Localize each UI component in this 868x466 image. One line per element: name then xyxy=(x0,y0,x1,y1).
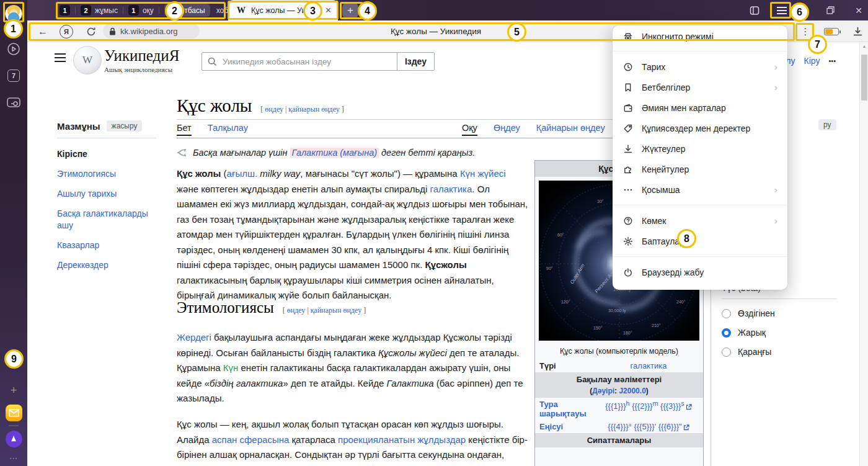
menu-divider xyxy=(613,205,787,205)
sidebar-add-button[interactable]: + xyxy=(0,383,27,398)
callout-3: 3 xyxy=(303,1,322,20)
downloads-button[interactable] xyxy=(849,20,866,42)
sidebar-more-button[interactable]: ⋯ xyxy=(0,452,27,464)
edit-source-link[interactable]: қайнарын өңдеу xyxy=(311,306,361,315)
infobox-row-type: Түрі галактика xyxy=(535,359,703,372)
etymology-paragraph-2: Құс жолы — кең, ақшыл жолақ болып тұтасқ… xyxy=(177,417,529,466)
menu-item-settings[interactable]: Баптаулар xyxy=(613,231,787,251)
text: » деп те атайды. Кейде xyxy=(283,378,386,388)
tab-read[interactable]: Оқу xyxy=(462,123,477,136)
infobox-row-ra: Тура шарықтауы {{{1}}}h {{{2}}}m {{{3}}}… xyxy=(535,398,703,420)
link-sun[interactable]: Күн xyxy=(223,362,239,373)
toc-item-quasars[interactable]: Квазарлар xyxy=(57,240,169,251)
tab-counter[interactable]: 7 xyxy=(0,68,27,83)
tab-talk[interactable]: Талқылау xyxy=(208,123,248,133)
toc-item-references[interactable]: Дереккөздер xyxy=(57,259,169,271)
menu-item-downloads[interactable]: Жүктеулер xyxy=(613,138,787,159)
menu-item-wallet[interactable]: Әмиян мен карталар xyxy=(613,97,787,118)
wiki-menu-button[interactable] xyxy=(55,53,68,62)
scrollbar-thumb[interactable] xyxy=(861,55,867,101)
degree-label: 240° xyxy=(676,300,685,304)
menu-item-close-browser[interactable]: Браузерді жабу xyxy=(613,262,787,282)
callout-9: 9 xyxy=(4,349,24,369)
menu-item-history[interactable]: Тарих › xyxy=(613,56,787,77)
menu-item-help[interactable]: Көмек › xyxy=(613,210,787,231)
menu-item-more[interactable]: Қосымша › xyxy=(613,179,787,200)
login-link[interactable]: Кіру xyxy=(804,56,820,66)
galaxy-link[interactable]: галактика xyxy=(631,361,667,370)
side-panel-toggle[interactable] xyxy=(746,0,763,20)
link-celestial-sphere[interactable]: аспан сферасына xyxy=(212,434,290,445)
chevron-right-icon: › xyxy=(774,82,777,92)
tab-page[interactable]: Бет xyxy=(177,123,192,136)
restore-window-button[interactable] xyxy=(822,0,838,20)
sup: s xyxy=(681,400,684,407)
appearance-hide-fragment[interactable]: ру xyxy=(818,119,836,130)
alice-assistant-icon[interactable] xyxy=(0,429,27,448)
epoch-value-link[interactable]: J2000.0 xyxy=(619,387,645,395)
toc-item-other-galaxies[interactable]: Басқа галактикаларды ашу xyxy=(57,208,161,231)
tab-edit[interactable]: Өңдеу xyxy=(494,123,520,133)
disambiguation-link[interactable]: Галактика (мағына) xyxy=(290,148,379,158)
video-player-icon[interactable] xyxy=(0,41,27,57)
menu-item-extensions[interactable]: Кеңейтулер xyxy=(613,159,787,179)
link-galaxy[interactable]: галактика xyxy=(430,184,472,194)
more-options-dots[interactable]: ••• xyxy=(828,57,836,65)
toc-item-intro[interactable]: Кіріспе xyxy=(57,148,169,160)
callout-1: 1 xyxy=(4,19,23,38)
section-heading: Этимологиясы xyxy=(177,299,274,316)
radio-auto[interactable]: Өздігінен xyxy=(722,308,864,318)
toc-item-discovery[interactable]: Ашылу тарихы xyxy=(57,188,169,200)
logo-title: УикипедиЯ xyxy=(104,47,179,65)
wiki-search-box[interactable]: Іздеу xyxy=(202,52,435,71)
radio-light[interactable]: Жарық xyxy=(722,328,864,338)
bracket: [ xyxy=(260,105,263,114)
radio-dark[interactable]: Қараңғы xyxy=(722,347,864,357)
sidebar-divider xyxy=(0,424,27,427)
row-label: Түрі xyxy=(539,361,598,370)
infobox-row-dec: Еңісуі {{{4}}}° {{{5}}}' {{{6}}}" xyxy=(535,420,703,433)
edit-link[interactable]: өңдеу xyxy=(265,105,283,114)
tab-edit-source[interactable]: Қайнарын өңдеу xyxy=(536,123,605,133)
template-value: {{{3}}} xyxy=(658,401,681,411)
link-solar-system[interactable]: Күн жүйесі xyxy=(460,168,506,179)
intro-paragraph: Құс жолы (ағылш. milky way, мағынасы "сү… xyxy=(177,166,529,303)
link-english[interactable]: ағылш. xyxy=(227,168,258,179)
close-window-button[interactable]: ✕ xyxy=(851,0,867,20)
link-earth[interactable]: Жердегі xyxy=(177,332,211,343)
epoch-link[interactable]: Дәуірі xyxy=(592,387,614,395)
bold-term: Құсжолы xyxy=(425,259,467,270)
menu-label: Кеңейтулер xyxy=(642,164,777,174)
text: ( xyxy=(221,168,226,179)
scroll-up-arrow[interactable]: ▲ xyxy=(860,44,868,48)
edit-link[interactable]: өңдеу xyxy=(287,306,306,315)
degree-label: 180° xyxy=(623,331,632,335)
menu-item-bookmarks[interactable]: Бетбелгілер › xyxy=(613,77,787,97)
edit-source-link[interactable]: қайнарын өңдеу xyxy=(288,105,339,114)
toc-item-etymology[interactable]: Этимологиясы xyxy=(57,168,169,180)
yandex-mail-icon[interactable] xyxy=(0,403,27,422)
toc-hide-button[interactable]: жасыру xyxy=(107,120,143,132)
link-projected-stars[interactable]: проекцияланатын жұлдыздар xyxy=(338,434,466,445)
bold-term: Құс жолы xyxy=(177,168,221,179)
dec-link[interactable]: Еңісуі xyxy=(539,422,563,431)
wallet-icon xyxy=(622,103,634,113)
search-input[interactable] xyxy=(221,56,397,67)
degree-label: 150° xyxy=(593,326,602,330)
ra-link[interactable]: Тура шарықтауы xyxy=(539,400,587,418)
etymology-paragraph-1: Жердегі бақылаушыға аспандағы мыңдаған ж… xyxy=(177,330,529,406)
menu-label: Бетбелгілер xyxy=(642,83,774,92)
disambiguation-icon xyxy=(177,148,188,157)
screenshot-icon[interactable] xyxy=(0,94,27,110)
text: және көптеген жұлдыздар енетін алып аума… xyxy=(177,184,430,194)
power-icon xyxy=(622,267,634,277)
page-title: Құс жолы xyxy=(177,96,252,115)
wikipedia-wordmark[interactable]: УикипедиЯ Ашық энциклопедиясы xyxy=(104,47,179,73)
bracket: ] xyxy=(363,306,366,315)
wikipedia-globe-logo[interactable]: W xyxy=(73,46,102,74)
menu-item-passwords[interactable]: Құпиясөздер мен деректер xyxy=(613,118,787,138)
download-icon xyxy=(853,27,862,37)
scrollbar[interactable]: ▲ xyxy=(859,42,868,466)
search-button[interactable]: Іздеу xyxy=(397,53,434,70)
etymology-heading-row: Этимологиясы [ өңдеу | қайнарын өңдеу ] xyxy=(177,299,366,316)
